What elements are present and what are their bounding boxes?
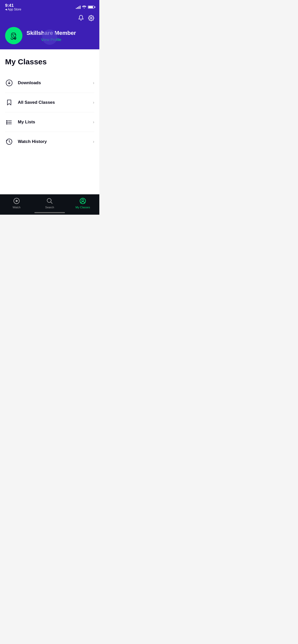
- menu-item-my-lists[interactable]: My Lists ›: [5, 112, 94, 132]
- chevron-right-icon: ›: [93, 81, 94, 85]
- avatar: [5, 27, 22, 44]
- page-title: My Classes: [5, 57, 94, 66]
- main-content: My Classes Downloads ›: [0, 49, 99, 200]
- nav-item-my-classes[interactable]: My Classes: [66, 197, 99, 209]
- blue-circle-decoration: [42, 30, 57, 45]
- menu-list: Downloads › All Saved Classes ›: [5, 73, 94, 151]
- wifi-icon: [82, 5, 86, 9]
- svg-point-4: [7, 121, 7, 121]
- nav-item-search[interactable]: Search: [33, 197, 66, 209]
- svg-point-6: [7, 124, 7, 124]
- search-icon: [46, 197, 53, 204]
- header-actions: [5, 15, 94, 23]
- status-time: 9:41: [5, 3, 14, 8]
- menu-item-left-lists: My Lists: [5, 118, 35, 126]
- status-left: 9:41 App Store: [5, 3, 21, 11]
- svg-point-5: [7, 122, 7, 123]
- header: Skillshare Member View Profile: [0, 13, 99, 49]
- download-icon: [5, 79, 13, 87]
- chevron-right-icon: ›: [93, 100, 94, 105]
- battery-icon: [88, 6, 94, 9]
- play-icon: [13, 197, 20, 204]
- person-icon: [79, 197, 86, 204]
- svg-marker-12: [16, 200, 18, 202]
- chevron-right-icon: ›: [93, 139, 94, 144]
- settings-button[interactable]: [88, 15, 94, 23]
- menu-item-left-saved: All Saved Classes: [5, 98, 55, 107]
- list-icon: [5, 118, 13, 126]
- notification-button[interactable]: [78, 15, 84, 23]
- menu-item-saved-classes[interactable]: All Saved Classes ›: [5, 93, 94, 112]
- bottom-nav: Watch Search My Classes: [0, 194, 99, 215]
- signal-bars-icon: [76, 6, 80, 9]
- downloads-label: Downloads: [18, 80, 41, 85]
- home-indicator: [34, 212, 65, 213]
- menu-item-downloads[interactable]: Downloads ›: [5, 73, 94, 93]
- my-lists-label: My Lists: [18, 120, 35, 125]
- status-bar: 9:41 App Store: [0, 0, 99, 13]
- menu-item-watch-history[interactable]: Watch History ›: [5, 132, 94, 151]
- nav-watch-label: Watch: [13, 206, 21, 209]
- svg-point-15: [82, 199, 84, 201]
- svg-point-1: [7, 29, 20, 42]
- status-appstore: App Store: [5, 8, 21, 11]
- history-icon: [5, 138, 13, 146]
- status-icons: [76, 5, 94, 9]
- nav-search-label: Search: [45, 206, 54, 209]
- menu-item-left-downloads: Downloads: [5, 79, 41, 87]
- nav-item-watch[interactable]: Watch: [0, 197, 33, 209]
- saved-classes-label: All Saved Classes: [18, 100, 55, 105]
- watch-history-label: Watch History: [18, 139, 47, 144]
- menu-item-left-history: Watch History: [5, 138, 47, 146]
- nav-my-classes-label: My Classes: [76, 206, 90, 209]
- bookmark-icon: [5, 98, 13, 107]
- chevron-right-icon: ›: [93, 120, 94, 124]
- svg-point-0: [90, 17, 92, 19]
